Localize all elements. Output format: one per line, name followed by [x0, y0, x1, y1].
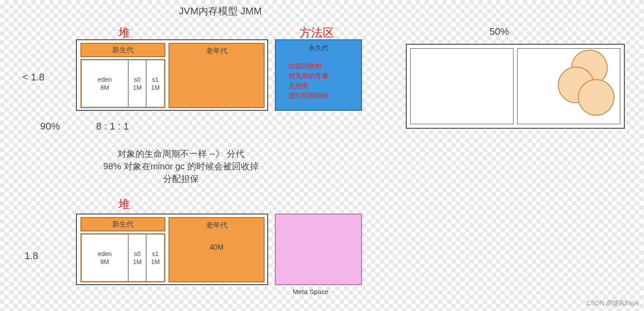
fifty-percent-label: 50% [489, 26, 509, 38]
note-line3: 分配担保 [87, 172, 275, 185]
s0-size-2: 1M [133, 258, 141, 266]
s1-name-2: s1 [152, 250, 159, 258]
old-gen-2-title: 老年代 [169, 221, 264, 230]
watermark: CSDN @随风fraya [586, 299, 639, 307]
eden-cell-1: eden 8M [81, 60, 128, 107]
meta-space-box [275, 214, 362, 285]
s1-cell-2: s1 1M [146, 234, 164, 282]
fifty-left-panel [410, 48, 514, 124]
s0-name-1: s0 [134, 76, 141, 84]
eden-name-1: eden [98, 76, 112, 84]
s1-name-1: s1 [152, 76, 159, 84]
eden-size-1: 8M [101, 84, 109, 92]
perm-note-line2: 对无用的常量、 [288, 71, 358, 81]
circle-icon [578, 79, 615, 116]
version-18-label: 1.8 [25, 250, 38, 262]
s1-cell-1: s1 1M [146, 60, 164, 107]
s0-size-1: 1M [133, 84, 141, 92]
meta-space-label: Meta Space [293, 288, 328, 295]
perm-note-line3: 无用类 [288, 81, 358, 91]
s1-size-2: 1M [151, 258, 160, 266]
heap-label-pre18: 堆 [118, 25, 130, 41]
eden-cell-2: eden 8M [81, 234, 128, 282]
old-gen-1: 老年代 [168, 43, 265, 108]
young-gen-subwrap-2: eden 8M s0 1M s1 1M [80, 233, 165, 282]
ratio-label: 8 : 1 : 1 [96, 121, 129, 132]
young-gen-subwrap-1: eden 8M s0 1M s1 1M [80, 59, 165, 108]
old-gen-2: 老年代 40M [168, 217, 265, 282]
ninety-percent-label: 90% [40, 121, 60, 132]
eden-name-2: eden [98, 250, 112, 258]
fifty-right-panel [517, 48, 620, 124]
page-title: JVM内存模型 JMM [179, 4, 262, 18]
s0-cell-1: s0 1M [128, 60, 147, 107]
old-gen-2-size: 40M [169, 244, 264, 252]
s1-size-1: 1M [151, 84, 160, 92]
lifecycle-notes: 对象的生命周期不一样 --》 分代 98% 对象在minor gc 的时候会被回… [87, 147, 275, 185]
note-line1: 对象的生命周期不一样 --》 分代 [87, 147, 275, 160]
perm-note-line4: 进行垃圾回收 [288, 91, 358, 101]
perm-gen-box: 永久代 垃圾回收时， 对无用的常量、 无用类 进行垃圾回收 [275, 39, 362, 111]
eden-size-2: 8M [101, 258, 109, 266]
s0-cell-2: s0 1M [128, 234, 147, 282]
s0-name-2: s0 [134, 250, 141, 258]
perm-gen-note: 垃圾回收时， 对无用的常量、 无用类 进行垃圾回收 [288, 61, 358, 101]
heap-label-18: 堆 [118, 197, 130, 212]
method-area-label: 方法区 [299, 25, 334, 41]
version-lt18-label: < 1.8 [22, 71, 45, 83]
fifty-percent-box [406, 44, 625, 129]
young-gen-header-1: 新生代 [80, 43, 165, 57]
perm-note-line1: 垃圾回收时， [288, 61, 358, 71]
note-line2: 98% 对象在minor gc 的时候会被回收掉 [87, 160, 275, 172]
heap-box-18: 新生代 老年代 40M eden 8M s0 1M s1 1M [76, 214, 268, 285]
heap-box-pre18: 新生代 老年代 eden 8M s0 1M s1 1M [76, 39, 268, 111]
young-gen-header-2: 新生代 [80, 217, 165, 231]
perm-gen-title: 永久代 [279, 44, 358, 52]
